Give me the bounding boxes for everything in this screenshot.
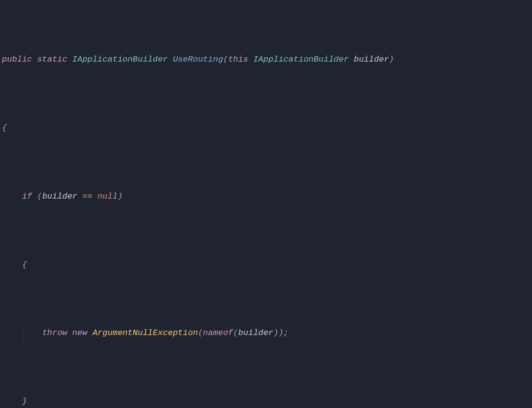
- indent-guide: [23, 325, 23, 342]
- code-line: {: [2, 257, 530, 274]
- op-eqeq: ==: [77, 192, 98, 201]
- brace-close: }: [22, 397, 27, 406]
- keyword-this: this: [228, 55, 248, 64]
- keyword-if: if: [22, 192, 32, 201]
- type-iapplicationbuilder: IApplicationBuilder: [253, 55, 349, 64]
- method-userouting: UseRouting: [173, 55, 223, 64]
- type-iapplicationbuilder: IApplicationBuilder: [72, 55, 168, 64]
- space: [32, 55, 37, 64]
- semicolon: ;: [283, 328, 288, 338]
- keyword-throw: throw: [42, 328, 67, 338]
- param-builder: builder: [354, 55, 389, 64]
- ident-builder: builder: [238, 328, 273, 338]
- code-line: if (builder == null): [2, 188, 530, 205]
- ident-builder: builder: [42, 192, 77, 201]
- code-line: throw new ArgumentNullException(nameof(b…: [2, 325, 530, 342]
- paren-close: ): [389, 55, 394, 64]
- paren-open: (: [223, 55, 228, 64]
- type-argumentnullexception: ArgumentNullException: [93, 328, 198, 338]
- keyword-null: null: [98, 192, 118, 201]
- code-editor[interactable]: public static IApplicationBuilder UseRou…: [0, 0, 532, 408]
- code-line: {: [2, 120, 530, 137]
- code-line: public static IApplicationBuilder UseRou…: [2, 51, 530, 68]
- keyword-public: public: [2, 55, 32, 64]
- keyword-nameof: nameof: [203, 328, 233, 338]
- brace-open: {: [22, 260, 27, 270]
- code-line: }: [2, 393, 530, 408]
- brace-open: {: [2, 123, 7, 133]
- keyword-new: new: [72, 328, 88, 338]
- keyword-static: static: [37, 55, 67, 64]
